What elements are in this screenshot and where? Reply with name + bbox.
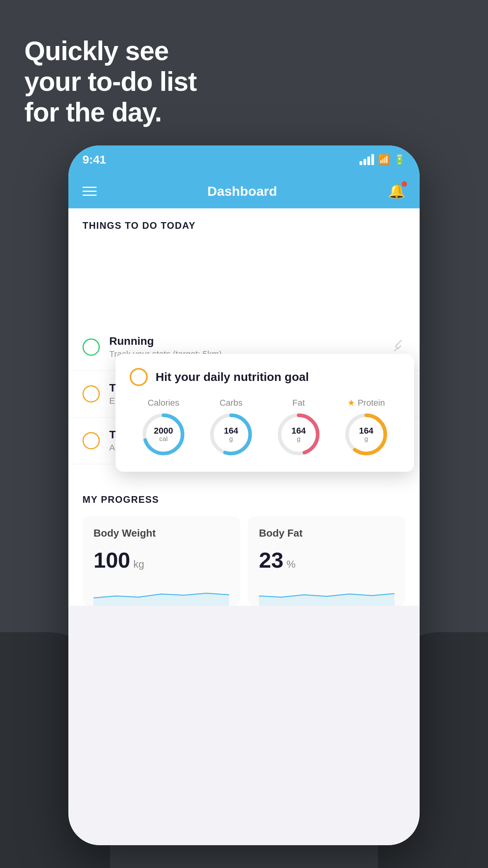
content-area: THINGS TO DO TODAY Hit your daily nutrit… bbox=[68, 208, 420, 606]
status-bar: 9:41 📶 🔋 bbox=[68, 145, 420, 174]
body-weight-value: 100 bbox=[94, 547, 130, 573]
macro-calories: Calories 2000 cal bbox=[142, 398, 185, 456]
notification-dot bbox=[402, 181, 407, 187]
nav-title: Dashboard bbox=[207, 184, 277, 199]
fat-value: 164 bbox=[292, 426, 306, 436]
wifi-icon: 📶 bbox=[378, 154, 390, 165]
macro-carbs: Carbs 164 g bbox=[209, 398, 253, 456]
status-time: 9:41 bbox=[83, 153, 106, 166]
body-weight-card[interactable]: Body Weight 100 kg bbox=[83, 516, 240, 606]
nutrition-header: Hit your daily nutrition goal bbox=[130, 368, 400, 386]
nutrition-card[interactable]: Hit your daily nutrition goal Calories 2… bbox=[116, 354, 414, 472]
notification-bell[interactable]: 🔔 bbox=[388, 183, 405, 199]
body-weight-label: Body Weight bbox=[94, 527, 229, 539]
battery-icon: 🔋 bbox=[394, 154, 405, 165]
body-fat-card[interactable]: Body Fat 23 % bbox=[248, 516, 405, 606]
body-weight-chart bbox=[94, 582, 229, 606]
progress-cards: Body Weight 100 kg Body Fat bbox=[83, 516, 405, 606]
body-fat-value-wrap: 23 % bbox=[259, 547, 394, 573]
macro-fat: Fat 164 g bbox=[277, 398, 320, 456]
phone-shell: 9:41 📶 🔋 Dashboard 🔔 THINGS TO DO TODAY bbox=[68, 145, 420, 845]
carbs-donut: 164 g bbox=[209, 413, 253, 456]
body-fat-chart bbox=[259, 582, 394, 606]
body-weight-unit: kg bbox=[133, 558, 144, 570]
things-todo-header: THINGS TO DO TODAY bbox=[68, 208, 420, 237]
fat-label: Fat bbox=[292, 398, 305, 408]
todo-circle-body-stats bbox=[83, 385, 100, 403]
body-fat-unit: % bbox=[286, 558, 295, 570]
carbs-label: Carbs bbox=[220, 398, 243, 408]
calories-value: 2000 bbox=[154, 426, 173, 436]
protein-donut: 164 g bbox=[345, 413, 388, 456]
svg-marker-12 bbox=[259, 594, 394, 606]
hero-title: Quickly seeyour to-do listfor the day. bbox=[24, 35, 196, 128]
body-fat-value: 23 bbox=[259, 547, 283, 573]
signal-icon bbox=[360, 154, 374, 165]
status-icons: 📶 🔋 bbox=[360, 154, 405, 165]
carbs-value: 164 bbox=[224, 426, 238, 436]
progress-title: MY PROGRESS bbox=[83, 494, 405, 505]
things-todo-title: THINGS TO DO TODAY bbox=[83, 220, 196, 231]
star-icon: ★ bbox=[347, 398, 355, 408]
nutrition-check-circle[interactable] bbox=[130, 368, 148, 386]
calories-donut: 2000 cal bbox=[142, 413, 185, 456]
nutrition-macros: Calories 2000 cal Carbs bbox=[130, 398, 400, 456]
progress-section: MY PROGRESS Body Weight 100 kg bbox=[68, 480, 420, 606]
body-fat-label: Body Fat bbox=[259, 527, 394, 539]
body-weight-value-wrap: 100 kg bbox=[94, 547, 229, 573]
protein-value: 164 bbox=[359, 426, 374, 436]
nutrition-title: Hit your daily nutrition goal bbox=[156, 370, 309, 384]
macro-protein: ★ Protein 164 g bbox=[345, 398, 388, 456]
protein-label: ★ Protein bbox=[347, 398, 385, 408]
todo-circle-running bbox=[83, 338, 100, 356]
calories-label: Calories bbox=[148, 398, 180, 408]
nav-bar: Dashboard 🔔 bbox=[68, 174, 420, 208]
hamburger-menu[interactable] bbox=[83, 187, 97, 196]
todo-circle-progress-photos bbox=[83, 432, 100, 449]
svg-marker-11 bbox=[94, 593, 229, 606]
fat-donut: 164 g bbox=[277, 413, 320, 456]
